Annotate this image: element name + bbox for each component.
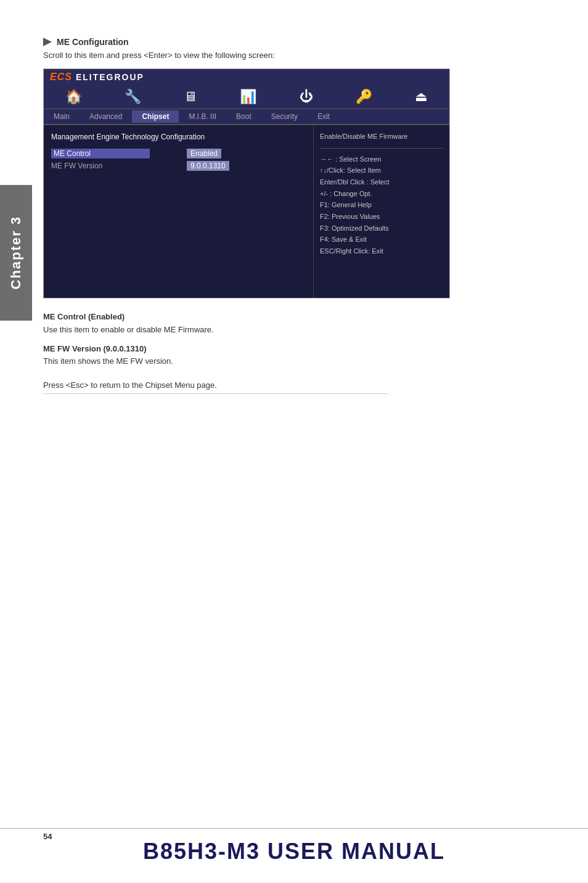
desc1-heading: ME Control (Enabled) [43,311,563,324]
section-title: ME Configuration [57,37,129,47]
tab-mib[interactable]: M.I.B. III [179,110,226,123]
key-hint-9: ESC/Right Click: Exit [320,245,443,257]
footer: 54 B85H3-M3 USER MANUAL [0,828,588,865]
key-hint-6: F2: Previous Values [320,211,443,223]
me-fw-value: 9.0.0.1310 [187,161,229,171]
me-control-value: Enabled [187,149,221,158]
key-hint-7: F3: Optimized Defaults [320,223,443,234]
me-control-label: ME Control [51,149,150,158]
bios-tabs: Main Advanced Chipset M.I.B. III Boot Se… [44,109,449,125]
wrench-icon: 🔧 [118,88,147,106]
bios-logo: ECS [50,72,72,83]
me-fw-label: ME FW Version [51,162,150,170]
bios-right-panel: Enable/Disable ME Firmware →← : Select S… [314,125,449,298]
bios-header: ECS ELITEGROUP [44,69,449,85]
tab-security[interactable]: Security [261,110,308,123]
bios-main-area: Management Engine Technology Configurati… [44,125,449,298]
chapter-label: Chapter 3 [8,216,24,289]
home-icon: 🏠 [59,88,88,106]
chart-icon: 📊 [234,88,263,106]
me-control-row: ME Control Enabled [51,149,306,158]
bios-left-panel: Management Engine Technology Configurati… [44,125,314,298]
key-hint-1: →← : Select Screen [320,154,443,165]
security-icon: 🔑 [349,88,378,106]
bios-brand: ELITEGROUP [76,72,144,82]
desc1-text: Use this item to enable or disable ME Fi… [43,324,563,337]
tab-advanced[interactable]: Advanced [80,110,132,123]
bios-key-hints: →← : Select Screen ↑↓/Click: Select Item… [320,154,443,257]
exit-icon: ⏏ [409,88,434,106]
desc2-heading: ME FW Version (9.0.0.1310) [43,343,563,356]
chapter-sidebar: Chapter 3 [0,185,32,321]
section-heading: ME Configuration [43,37,563,47]
screen-icon: 🖥 [178,88,203,106]
tab-exit[interactable]: Exit [308,110,340,123]
bios-divider [320,148,443,149]
page-number: 54 [43,832,52,841]
me-fw-version-row: ME FW Version 9.0.0.1310 [51,161,306,171]
bios-icon-bar: 🏠 🔧 🖥 📊 ⏻ 🔑 ⏏ [44,85,449,109]
key-hint-8: F4: Save & Exit [320,234,443,245]
intro-text: Scroll to this item and press <Enter> to… [43,51,563,60]
tab-chipset[interactable]: Chipset [132,110,179,123]
tab-boot[interactable]: Boot [226,110,261,123]
esc-note: Press <Esc> to return to the Chipset Men… [43,380,388,394]
desc2-text: This item shows the ME FW version. [43,355,563,368]
bios-help-text: Enable/Disable ME Firmware [320,131,443,142]
description-1: ME Control (Enabled) Use this item to en… [43,311,563,337]
key-hint-2: ↑↓/Click: Select Item [320,165,443,176]
bullet-icon [43,38,52,46]
key-hint-4: +/- : Change Opt. [320,188,443,200]
bios-section-title: Management Engine Technology Configurati… [51,133,306,141]
power-icon: ⏻ [293,88,319,106]
key-hint-5: F1: General Help [320,199,443,211]
description-2: ME FW Version (9.0.0.1310) This item sho… [43,343,563,369]
key-hint-3: Enter/Dbl Click : Select [320,176,443,188]
tab-main[interactable]: Main [44,110,80,123]
manual-title: B85H3-M3 USER MANUAL [143,839,445,865]
bios-screenshot: ECS ELITEGROUP 🏠 🔧 🖥 📊 ⏻ 🔑 ⏏ Main Advanc… [43,68,450,298]
